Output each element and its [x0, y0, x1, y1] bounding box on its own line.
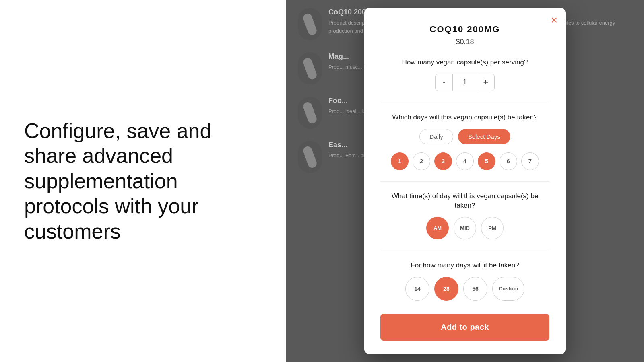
question-duration: For how many days will it be taken?: [380, 261, 549, 270]
day-circle-2[interactable]: 2: [413, 152, 430, 170]
frequency-daily-button[interactable]: Daily: [419, 129, 453, 144]
day-circle-6[interactable]: 6: [500, 152, 517, 170]
right-panel: CoQ10 200mg $0.18 Product description: U…: [286, 0, 644, 362]
modal-overlay: × COQ10 200MG $0.18 How many vegan capsu…: [286, 0, 644, 362]
divider-2: [380, 181, 549, 182]
left-panel: Configure, save and share advanced suppl…: [0, 0, 286, 362]
divider-3: [380, 251, 549, 251]
day-circles-group: 1 2 3 4 5 6 7: [380, 152, 549, 170]
time-am-button[interactable]: AM: [426, 217, 449, 239]
duration-56-button[interactable]: 56: [463, 277, 487, 301]
day-circle-3[interactable]: 3: [434, 152, 452, 170]
day-circle-5[interactable]: 5: [478, 152, 495, 170]
stepper-minus-button[interactable]: -: [435, 74, 453, 91]
question-capsules: How many vegan capsule(s) per serving?: [380, 58, 549, 67]
day-circle-1[interactable]: 1: [391, 152, 409, 170]
modal-price: $0.18: [380, 38, 549, 46]
modal-title: COQ10 200MG: [380, 24, 549, 35]
time-mid-button[interactable]: MID: [454, 217, 476, 239]
duration-custom-button[interactable]: Custom: [492, 277, 524, 301]
question-time: What time(s) of day will this vegan caps…: [380, 191, 549, 211]
time-of-day-group: AM MID PM: [380, 217, 549, 239]
modal-dialog: × COQ10 200MG $0.18 How many vegan capsu…: [364, 8, 566, 354]
question-days: Which days will this vegan capsule(s) be…: [380, 113, 549, 122]
add-to-pack-button[interactable]: Add to pack: [380, 314, 549, 341]
frequency-toggle-group: Daily Select Days: [380, 129, 549, 144]
quantity-stepper: - 1 +: [380, 74, 549, 91]
day-circle-7[interactable]: 7: [521, 152, 539, 170]
hero-text: Configure, save and share advanced suppl…: [24, 118, 262, 244]
duration-28-button[interactable]: 28: [434, 277, 458, 301]
divider-1: [380, 103, 549, 103]
duration-14-button[interactable]: 14: [405, 277, 429, 301]
frequency-select-days-button[interactable]: Select Days: [458, 129, 510, 144]
duration-group: 14 28 56 Custom: [380, 277, 549, 301]
day-circle-4[interactable]: 4: [456, 152, 474, 170]
time-pm-button[interactable]: PM: [481, 217, 504, 239]
stepper-value: 1: [453, 74, 477, 91]
stepper-plus-button[interactable]: +: [477, 74, 495, 91]
modal-close-button[interactable]: ×: [551, 14, 557, 26]
